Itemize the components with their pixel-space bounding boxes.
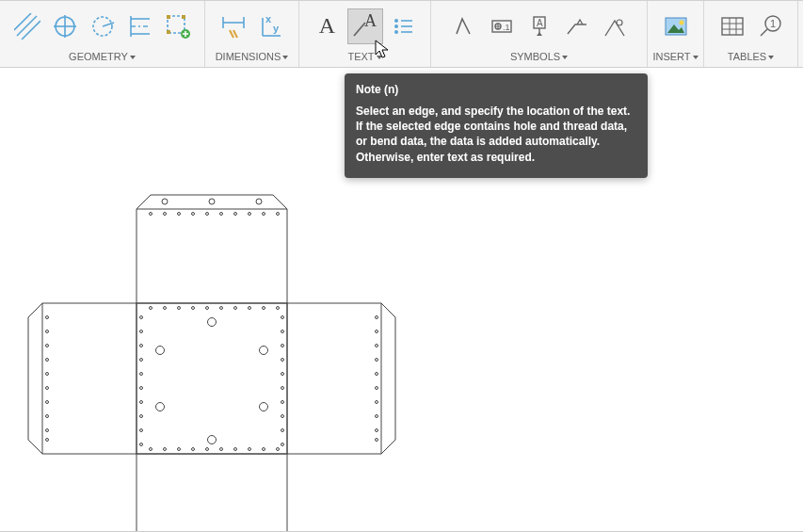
centermark-icon[interactable] xyxy=(47,8,83,44)
group-dimensions-dropdown[interactable]: DIMENSIONS xyxy=(207,48,297,65)
tooltip-title: Note (n) xyxy=(356,83,636,96)
surface-finish-icon[interactable] xyxy=(446,8,482,44)
svg-marker-43 xyxy=(537,32,542,36)
svg-point-119 xyxy=(140,345,143,347)
svg-point-67 xyxy=(260,347,268,355)
svg-point-136 xyxy=(281,443,284,446)
chevron-down-icon xyxy=(768,56,774,59)
group-tables-dropdown[interactable]: TABLES xyxy=(706,48,795,65)
svg-point-149 xyxy=(376,345,378,347)
group-geometry-dropdown[interactable]: GEOMETRY xyxy=(2,48,202,65)
svg-point-116 xyxy=(277,448,280,451)
svg-marker-57 xyxy=(137,195,287,303)
svg-point-104 xyxy=(249,307,251,310)
svg-text:x: x xyxy=(265,13,272,24)
svg-point-132 xyxy=(281,387,284,390)
svg-marker-63 xyxy=(287,303,395,454)
svg-text:1: 1 xyxy=(770,18,776,29)
group-symbols-label: SYMBOLS xyxy=(510,51,560,62)
svg-point-102 xyxy=(220,307,223,310)
svg-point-74 xyxy=(150,213,153,216)
hatch-icon[interactable] xyxy=(9,8,45,44)
svg-point-83 xyxy=(277,213,280,216)
svg-point-137 xyxy=(46,316,49,319)
svg-point-66 xyxy=(156,347,165,355)
break-dimension-icon[interactable] xyxy=(216,8,251,44)
svg-rect-48 xyxy=(722,18,743,35)
svg-point-122 xyxy=(140,387,143,390)
group-insert: INSERT xyxy=(648,1,704,67)
svg-point-152 xyxy=(376,387,378,390)
svg-point-98 xyxy=(164,307,167,310)
svg-point-112 xyxy=(220,448,223,451)
svg-point-151 xyxy=(376,373,378,376)
svg-point-139 xyxy=(46,345,49,347)
svg-point-80 xyxy=(234,213,237,216)
chevron-down-icon xyxy=(282,56,288,59)
ordinate-dimension-icon[interactable]: xy xyxy=(253,8,289,44)
svg-point-121 xyxy=(140,373,143,376)
svg-point-101 xyxy=(206,307,209,310)
svg-point-141 xyxy=(46,373,49,376)
group-geometry: GEOMETRY xyxy=(0,1,205,67)
balloon-icon[interactable]: 1 xyxy=(752,8,788,44)
svg-point-126 xyxy=(140,443,143,446)
svg-line-23 xyxy=(233,30,237,38)
svg-point-128 xyxy=(281,330,284,333)
svg-line-55 xyxy=(761,29,767,36)
chevron-down-icon xyxy=(562,56,568,59)
svg-point-73 xyxy=(256,199,262,204)
chevron-down-icon xyxy=(377,56,382,59)
add-sketch-icon[interactable] xyxy=(160,8,196,44)
chevron-down-icon xyxy=(130,56,136,59)
chevron-down-icon xyxy=(693,56,699,59)
svg-point-103 xyxy=(234,307,237,310)
group-text: A A TEXT xyxy=(299,1,431,67)
flat-pattern-drawing xyxy=(9,157,414,532)
text-icon[interactable]: A xyxy=(310,8,345,44)
edge-symbol-icon[interactable] xyxy=(597,8,633,44)
svg-point-131 xyxy=(281,373,284,376)
svg-point-72 xyxy=(209,199,215,204)
insert-image-icon[interactable] xyxy=(658,8,694,44)
tooltip-note: Note (n) Select an edge, and specify the… xyxy=(345,73,648,178)
svg-point-71 xyxy=(162,199,168,204)
centerline-icon[interactable] xyxy=(122,8,158,44)
svg-point-146 xyxy=(46,439,49,442)
svg-point-135 xyxy=(281,429,284,432)
note-icon[interactable]: A xyxy=(347,8,383,44)
datum-icon[interactable]: A xyxy=(522,8,557,44)
group-geometry-label: GEOMETRY xyxy=(69,51,128,62)
svg-point-115 xyxy=(263,448,265,451)
weld-symbol-icon[interactable] xyxy=(559,8,595,44)
group-insert-label: INSERT xyxy=(652,51,690,62)
svg-point-123 xyxy=(140,401,143,404)
tolerance-frame-icon[interactable]: .1 xyxy=(484,8,520,44)
svg-point-125 xyxy=(140,429,143,432)
svg-point-99 xyxy=(178,307,181,310)
circle-centerline-icon[interactable] xyxy=(85,8,120,44)
group-text-label: TEXT xyxy=(347,51,374,62)
svg-point-76 xyxy=(178,213,181,216)
svg-line-2 xyxy=(22,21,40,40)
svg-point-124 xyxy=(140,415,143,418)
ribbon-toolbar: GEOMETRY xy DIMENSIONS A A TEXT xyxy=(0,0,803,68)
table-icon[interactable] xyxy=(715,8,750,44)
svg-point-153 xyxy=(376,401,378,404)
svg-point-110 xyxy=(192,448,195,451)
svg-point-44 xyxy=(617,20,622,25)
group-insert-dropdown[interactable]: INSERT xyxy=(650,48,701,65)
group-dimensions-label: DIMENSIONS xyxy=(216,51,281,62)
svg-point-138 xyxy=(46,330,49,333)
group-symbols: .1 A SYMBOLS xyxy=(431,1,648,67)
bulleted-note-icon[interactable] xyxy=(385,8,421,44)
group-tables: 1 TABLES xyxy=(704,1,798,67)
svg-point-145 xyxy=(46,429,49,432)
svg-point-97 xyxy=(150,307,153,310)
svg-point-31 xyxy=(394,24,398,28)
svg-point-100 xyxy=(192,307,195,310)
svg-marker-59 xyxy=(137,454,287,532)
group-text-dropdown[interactable]: TEXT xyxy=(301,48,428,65)
group-symbols-dropdown[interactable]: SYMBOLS xyxy=(433,48,645,65)
svg-point-144 xyxy=(46,415,49,418)
